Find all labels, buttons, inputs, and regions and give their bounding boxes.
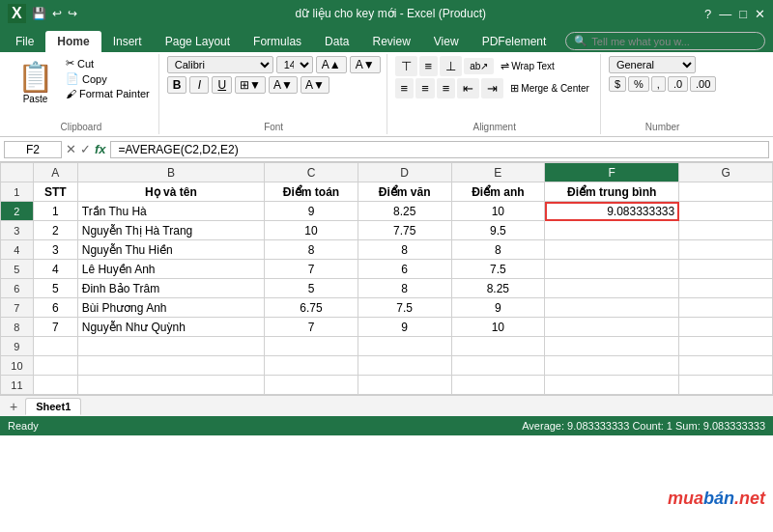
cell-g7[interactable] (679, 298, 773, 318)
number-format-select[interactable]: General (609, 56, 696, 73)
tab-file[interactable]: File (4, 31, 45, 52)
cell-g6[interactable] (679, 279, 773, 298)
help-icon[interactable]: ? (704, 7, 711, 21)
col-header-a[interactable]: A (33, 163, 77, 182)
cell-g3[interactable] (679, 221, 773, 240)
align-middle-button[interactable]: ≡ (419, 56, 439, 76)
confirm-icon[interactable]: ✓ (80, 142, 91, 156)
increase-decimal-button[interactable]: .00 (690, 76, 716, 92)
formula-input[interactable] (115, 142, 764, 157)
cell-b10[interactable] (77, 356, 264, 376)
row-header-3[interactable]: 3 (1, 221, 34, 240)
tab-insert[interactable]: Insert (101, 31, 154, 52)
cell-b3[interactable]: Nguyễn Thị Hà Trang (77, 221, 264, 240)
cell-e1[interactable]: Điểm anh (451, 182, 545, 202)
cell-b11[interactable] (77, 376, 264, 395)
cell-a10[interactable] (33, 356, 77, 376)
orient-button[interactable]: ab↗ (464, 58, 494, 74)
cell-a3[interactable]: 2 (33, 221, 77, 240)
cell-a11[interactable] (33, 376, 77, 395)
cell-d5[interactable]: 6 (358, 260, 451, 279)
cell-g2[interactable] (679, 202, 773, 221)
cell-e5[interactable]: 7.5 (451, 260, 545, 279)
cell-d11[interactable] (358, 376, 451, 395)
maximize-icon[interactable]: □ (739, 7, 747, 21)
cell-g4[interactable] (679, 240, 773, 260)
cell-a7[interactable]: 6 (33, 298, 77, 318)
font-size-select[interactable]: 14 (276, 56, 313, 73)
redo-icon[interactable]: ↪ (68, 7, 77, 20)
tab-view[interactable]: View (422, 31, 471, 52)
add-sheet-button[interactable]: + (4, 397, 23, 416)
cell-e9[interactable] (451, 337, 545, 356)
cell-d3[interactable]: 7.75 (358, 221, 451, 240)
cell-c10[interactable] (265, 356, 358, 376)
font-color-button[interactable]: A▼ (301, 76, 329, 94)
cell-f10[interactable] (545, 356, 679, 376)
align-bottom-button[interactable]: ⊥ (440, 56, 462, 76)
cell-c5[interactable]: 7 (265, 260, 358, 279)
cell-f11[interactable] (545, 376, 679, 395)
cell-g5[interactable] (679, 260, 773, 279)
cell-a6[interactable]: 5 (33, 279, 77, 298)
tab-page-layout[interactable]: Page Layout (154, 31, 242, 52)
cut-button[interactable]: ✂ Cut (63, 56, 153, 70)
wrap-text-button[interactable]: ⇌ Wrap Text (496, 58, 559, 74)
col-header-e[interactable]: E (451, 163, 545, 182)
row-header-1[interactable]: 1 (1, 182, 34, 202)
align-center-button[interactable]: ≡ (415, 78, 435, 98)
cell-g8[interactable] (679, 318, 773, 337)
align-right-button[interactable]: ≡ (437, 78, 456, 98)
cell-f4[interactable] (545, 240, 679, 260)
cell-e4[interactable]: 8 (451, 240, 545, 260)
border-button[interactable]: ⊞▼ (235, 76, 266, 94)
cell-d7[interactable]: 7.5 (358, 298, 451, 318)
sheet-tab-sheet1[interactable]: Sheet1 (25, 398, 81, 415)
font-name-select[interactable]: Calibri (167, 56, 273, 73)
row-header-10[interactable]: 10 (1, 356, 34, 376)
save-icon[interactable]: 💾 (32, 7, 46, 20)
cell-a4[interactable]: 3 (33, 240, 77, 260)
highlight-color-button[interactable]: A▼ (269, 76, 298, 94)
cell-e3[interactable]: 9.5 (451, 221, 545, 240)
cell-f8[interactable] (545, 318, 679, 337)
cell-c8[interactable]: 7 (265, 318, 358, 337)
cell-e8[interactable]: 10 (451, 318, 545, 337)
align-top-button[interactable]: ⊤ (395, 56, 417, 76)
cell-e10[interactable] (451, 356, 545, 376)
col-header-b[interactable]: B (77, 163, 264, 182)
cell-b7[interactable]: Bùi Phương Anh (77, 298, 264, 318)
comma-button[interactable]: , (651, 76, 666, 92)
decrease-decimal-button[interactable]: .0 (668, 76, 688, 92)
increase-indent-button[interactable]: ⇥ (481, 78, 503, 98)
cell-d8[interactable]: 9 (358, 318, 451, 337)
cell-e2[interactable]: 10 (451, 202, 545, 221)
cell-c4[interactable]: 8 (265, 240, 358, 260)
cell-f9[interactable] (545, 337, 679, 356)
cell-f7[interactable] (545, 298, 679, 318)
row-header-11[interactable]: 11 (1, 376, 34, 395)
col-header-g[interactable]: G (679, 163, 773, 182)
currency-button[interactable]: $ (609, 76, 626, 92)
cell-d2[interactable]: 8.25 (358, 202, 451, 221)
cell-g10[interactable] (679, 356, 773, 376)
cell-a1[interactable]: STT (33, 182, 77, 202)
merge-center-button[interactable]: ⊞ Merge & Center (505, 80, 594, 97)
cell-e11[interactable] (451, 376, 545, 395)
tab-data[interactable]: Data (313, 31, 360, 52)
cell-f1[interactable]: Điểm trung bình (545, 182, 679, 202)
cell-g9[interactable] (679, 337, 773, 356)
row-header-8[interactable]: 8 (1, 318, 34, 337)
cell-b8[interactable]: Nguyễn Như Quỳnh (77, 318, 264, 337)
cell-c11[interactable] (265, 376, 358, 395)
cell-g1[interactable] (679, 182, 773, 202)
tab-formulas[interactable]: Formulas (242, 31, 313, 52)
cell-b9[interactable] (77, 337, 264, 356)
cell-d6[interactable]: 8 (358, 279, 451, 298)
minimize-icon[interactable]: — (719, 7, 731, 21)
cell-b4[interactable]: Nguyễn Thu Hiền (77, 240, 264, 260)
cell-c7[interactable]: 6.75 (265, 298, 358, 318)
cell-b2[interactable]: Trần Thu Hà (77, 202, 264, 221)
cell-c1[interactable]: Điểm toán (265, 182, 358, 202)
row-header-4[interactable]: 4 (1, 240, 34, 260)
